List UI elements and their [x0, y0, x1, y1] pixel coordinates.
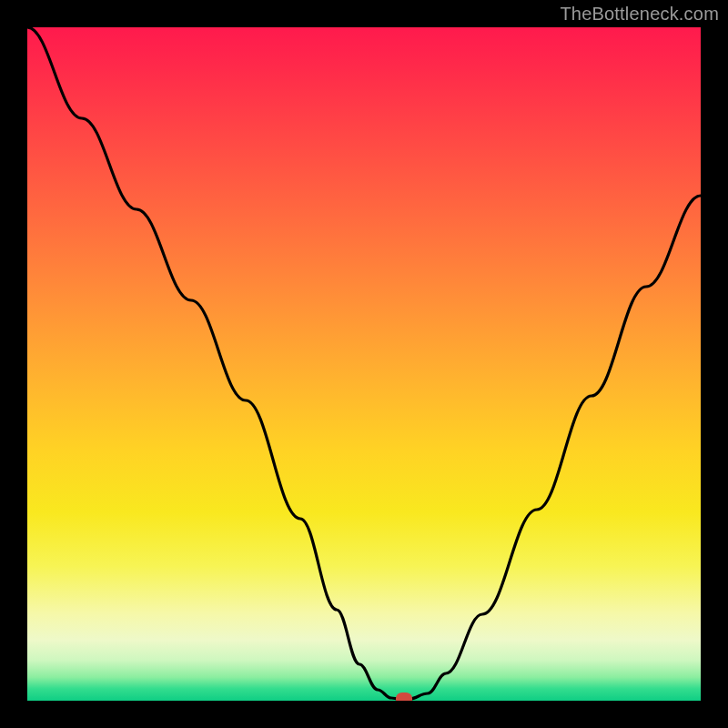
- chart-frame: TheBottleneck.com: [0, 0, 728, 728]
- plot-area: [27, 27, 701, 701]
- minimum-marker: [396, 693, 412, 701]
- watermark-text: TheBottleneck.com: [560, 4, 719, 25]
- bottleneck-curve: [27, 27, 701, 701]
